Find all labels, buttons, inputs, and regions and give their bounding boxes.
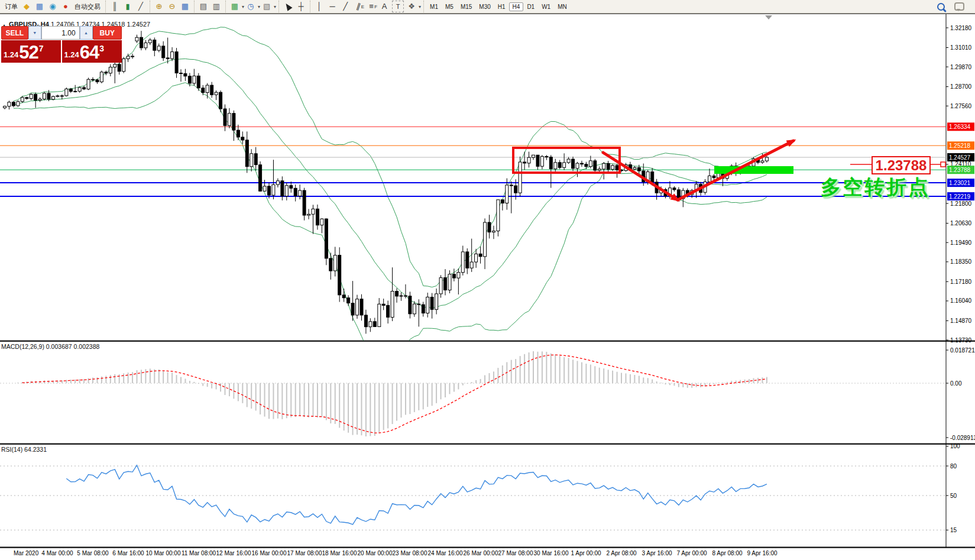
toolbar-group-0: 订单◆▦◉●自动交易 (0, 1, 106, 12)
candle (294, 188, 297, 196)
objects-list-icon[interactable]: ▥ (211, 1, 222, 12)
sell-button[interactable]: SELL (1, 26, 28, 40)
line-chart-icon[interactable]: ╱ (135, 1, 146, 12)
candle (387, 305, 390, 317)
horizontal-line-tool-icon[interactable]: ─ (327, 1, 338, 12)
candle (426, 297, 429, 313)
candle (127, 56, 129, 59)
rsi-axis-label: 50 (950, 493, 957, 499)
periods-icon-dropdown[interactable]: ▾ (258, 4, 260, 9)
support-zone-bar[interactable] (714, 166, 793, 174)
timeframe-button-m30[interactable]: M30 (475, 2, 494, 11)
buy-price-prefix: 1.24 (64, 50, 79, 59)
candle (439, 278, 442, 294)
zoom-out-icon[interactable]: ⊖ (167, 1, 177, 12)
buy-button[interactable]: BUY (93, 26, 122, 40)
volume-decrease-button[interactable]: ▼ (28, 26, 41, 40)
sell-price-panel[interactable]: 1.24 52 7 (1, 40, 61, 63)
timeframe-button-mn[interactable]: MN (554, 2, 571, 11)
candle (594, 161, 597, 170)
candle (554, 163, 557, 169)
new-chart-icon[interactable]: ▦ (229, 1, 240, 12)
trendline-tool-icon[interactable]: ╱ (340, 1, 351, 12)
periods-icon[interactable]: ◷ (245, 1, 256, 12)
candle (633, 167, 636, 169)
candle (100, 72, 103, 82)
timeframe-button-m15[interactable]: M15 (457, 2, 475, 11)
pane-divider[interactable] (0, 444, 975, 445)
timeframe-button-h4[interactable]: H4 (509, 2, 524, 11)
candle (488, 222, 491, 232)
candle (223, 109, 226, 125)
candle (527, 157, 530, 163)
favorites-icon[interactable]: ◆ (21, 1, 32, 12)
price-tag-label[interactable]: 1.23788 (872, 156, 931, 174)
market-watch-icon[interactable]: ▦ (34, 1, 45, 12)
indicators-icon[interactable]: ▤ (198, 1, 209, 12)
timeframe-toolbar: M1M5M15M30H1H4D1W1MN (424, 1, 573, 12)
candle (175, 52, 178, 73)
volume-input[interactable]: 1.00 (41, 26, 80, 40)
bar-chart-icon[interactable]: ║ (109, 1, 120, 12)
candle (360, 299, 363, 315)
shapes-tool-icon[interactable]: ❖ (406, 1, 417, 12)
candle (17, 102, 20, 106)
buy-price-big: 64 (80, 44, 99, 61)
candle (131, 56, 134, 57)
candle (417, 304, 420, 305)
timeframe-button-m5[interactable]: M5 (442, 2, 457, 11)
shapes-tool-icon-dropdown[interactable]: ▾ (419, 4, 421, 9)
toolbar-group-6: │─╱∥E≡FAT❖▾ (310, 1, 424, 12)
time-tick-label: 9 Apr 16:00 (747, 550, 778, 556)
candle (673, 188, 676, 190)
time-tick-label: 26 Mar 00:00 (464, 550, 498, 556)
templates-icon[interactable]: ▧ (261, 1, 272, 12)
candle (215, 92, 218, 95)
pane-divider[interactable] (0, 341, 975, 342)
vertical-line-tool-icon[interactable]: │ (314, 1, 325, 12)
candle (765, 157, 768, 161)
sell-price-sup: 7 (39, 44, 44, 53)
new-chart-icon-dropdown[interactable]: ▾ (242, 4, 244, 9)
volume-increase-button[interactable]: ▲ (80, 26, 93, 40)
price-chart[interactable]: 1.321801.310101.298701.287001.275601.241… (0, 0, 975, 560)
autotrading-icon[interactable]: ● (60, 1, 71, 12)
chat-icon[interactable] (954, 2, 964, 11)
price-tag-anchor[interactable] (941, 162, 945, 167)
label-tool-icon[interactable]: T (392, 1, 404, 12)
search-icon[interactable] (937, 3, 945, 11)
channel-tool-icon[interactable]: ∥E (353, 1, 364, 12)
signal-icon[interactable]: ◉ (47, 1, 58, 12)
crosshair-tool-icon[interactable]: ┼ (296, 1, 306, 12)
tile-windows-icon[interactable]: ▦ (180, 1, 190, 12)
buy-price-panel[interactable]: 1.24 64 3 (62, 40, 122, 63)
timeframe-button-d1[interactable]: D1 (523, 2, 538, 11)
candle (162, 46, 165, 58)
candle (228, 114, 231, 126)
text-tool-icon[interactable]: A (379, 1, 390, 12)
rsi-axis-label: 100 (950, 443, 960, 449)
timeframe-button-h1[interactable]: H1 (494, 2, 509, 11)
candle (8, 102, 11, 106)
candle (585, 164, 588, 167)
timeframe-button-w1[interactable]: W1 (538, 2, 554, 11)
zoom-in-icon[interactable]: ⊕ (154, 1, 164, 12)
timeframe-button-m1[interactable]: M1 (426, 2, 442, 11)
time-tick-label: 17 Mar 08:00 (287, 550, 322, 556)
candlestick-chart-icon[interactable]: ▮ (122, 1, 133, 12)
candle (43, 93, 46, 99)
candle (320, 219, 323, 225)
autotrading-button[interactable]: 自动交易 (73, 1, 102, 12)
templates-icon-dropdown[interactable]: ▾ (274, 4, 276, 9)
fibonacci-tool-icon[interactable]: ≡F (366, 1, 377, 12)
candle (96, 80, 99, 82)
cursor-tool-icon[interactable] (283, 1, 293, 12)
pane-divider[interactable] (0, 547, 975, 548)
time-tick-label: 11 Mar 08:00 (182, 550, 216, 556)
candle (140, 37, 143, 48)
orders-button[interactable]: 订单 (4, 1, 19, 12)
candle (391, 292, 394, 318)
candle (598, 169, 601, 170)
candle (202, 88, 205, 93)
price-tick-label: 1.17180 (950, 279, 972, 285)
